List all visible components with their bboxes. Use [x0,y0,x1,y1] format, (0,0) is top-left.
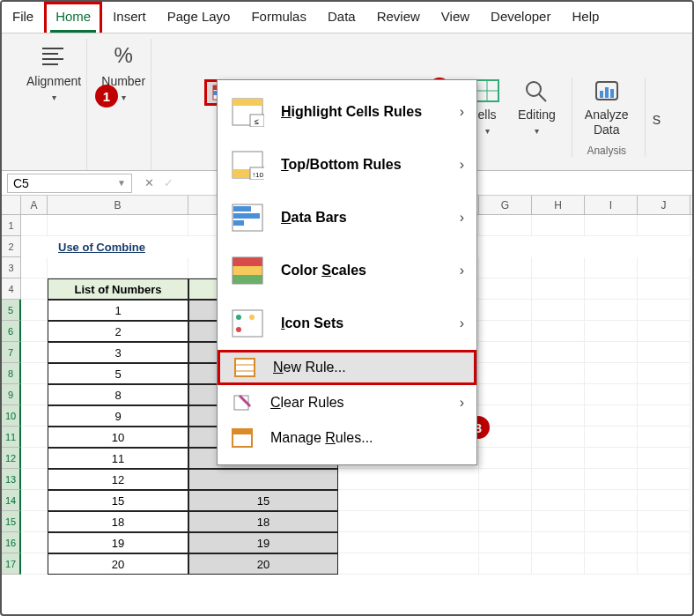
menu-highlight-label: Highlight Cells Rules [281,104,422,120]
menu-databars-label: Data Bars [281,210,347,226]
menu-clear-rules[interactable]: Clear Rules › [218,385,476,420]
clearrules-icon [230,387,255,419]
tab-page-layout[interactable]: Page Layo [157,2,241,33]
managerules-icon [230,422,255,454]
tab-data[interactable]: Data [317,2,366,33]
svg-rect-27 [233,220,244,226]
svg-rect-17 [233,99,262,106]
colhead-g[interactable]: G [479,196,532,214]
row-14: 14 15 15 [2,490,692,511]
chevron-down-icon: ▼ [117,178,126,188]
group-analysis-caption: Analysis [585,145,629,157]
chevron-right-icon: › [460,157,464,173]
menu-colorscales-label: Color Scales [281,263,366,278]
row-16: 16 19 19 [2,532,692,553]
svg-point-33 [236,315,241,320]
menu-icon-sets[interactable]: Icon Sets › [218,297,476,350]
svg-line-11 [539,94,546,101]
svg-rect-29 [233,266,262,275]
group-alignment[interactable]: Alignment ▾ [21,39,87,170]
align-icon [39,42,69,69]
menu-clear-label: Clear Rules [270,395,344,411]
tab-formulas[interactable]: Formulas [240,2,317,33]
svg-point-35 [249,315,255,320]
chevron-down-icon: ▾ [518,126,556,136]
group-analyze-label1: Analyze [585,108,629,122]
colhead-j[interactable]: J [638,196,690,214]
topbottom-icon: ↑10 [230,149,265,181]
svg-rect-36 [235,359,255,376]
menu-color-scales[interactable]: Color Scales › [218,244,476,297]
svg-point-10 [527,82,541,96]
menu-data-bars[interactable]: Data Bars › [218,191,476,244]
ribbon-right-groups: ells ▾ Editing ▾ Analyze Data Analys [472,78,661,157]
name-box-value: C5 [13,176,29,190]
callout-1: 1 [95,85,118,108]
svg-rect-28 [233,257,262,266]
analyze-icon [592,78,622,104]
group-sensitivity[interactable]: S [645,78,661,157]
conditional-formatting-menu: ≤ Highlight Cells Rules › ↑10 Top/Bottom… [217,79,477,465]
colhead-a[interactable]: A [21,196,48,214]
menu-topbottom-label: Top/Bottom Rules [281,157,402,173]
svg-text:≤: ≤ [255,117,259,126]
menu-highlight-cells-rules[interactable]: ≤ Highlight Cells Rules › [218,85,476,138]
chevron-right-icon: › [460,263,464,278]
accept-edit-icon[interactable]: ✓ [159,176,178,189]
svg-rect-15 [610,89,614,98]
search-icon [521,78,551,104]
group-editing[interactable]: Editing ▾ [518,78,556,157]
colorscales-icon [230,255,265,286]
colhead-b[interactable]: B [48,196,188,214]
svg-text:↑10: ↑10 [252,171,263,179]
percent-icon: % [108,42,138,69]
group-editing-label: Editing [518,108,556,122]
highlight-cells-icon: ≤ [230,96,265,128]
svg-rect-32 [233,310,262,337]
svg-rect-14 [605,87,609,98]
svg-rect-13 [600,91,603,98]
row-17: 17 20 20 [2,553,692,575]
chevron-down-icon: ▾ [52,93,56,102]
svg-rect-26 [233,213,260,219]
group-alignment-label: Alignment [26,74,81,89]
tab-help[interactable]: Help [561,2,609,33]
tab-developer[interactable]: Developer [480,2,561,33]
row-15: 15 18 18 [2,511,692,532]
group-analyze[interactable]: Analyze Data Analysis [572,78,629,157]
iconsets-icon [230,308,265,339]
tab-home[interactable]: Home [44,2,102,33]
menu-newrule-label: New Rule... [273,360,346,375]
tab-insert[interactable]: Insert [102,2,157,33]
colhead-h[interactable]: H [532,196,585,214]
header-list-of-numbers: List of Numbers [48,278,188,300]
svg-rect-41 [233,429,252,434]
chevron-right-icon: › [460,210,464,226]
menu-manage-rules[interactable]: Manage Rules... [218,420,476,456]
cancel-edit-icon[interactable]: ✕ [139,176,159,189]
name-box[interactable]: C5 ▼ [7,174,132,193]
chevron-right-icon: › [460,315,464,331]
group-analyze-label2: Data [585,122,629,137]
tab-view[interactable]: View [431,2,480,33]
tab-file[interactable]: File [2,2,44,33]
newrule-icon [233,352,257,383]
chevron-right-icon: › [460,104,464,120]
colhead-i[interactable]: I [585,196,638,214]
svg-rect-30 [233,275,262,284]
chevron-right-icon: › [460,395,464,411]
svg-rect-25 [233,206,251,212]
databars-icon [230,202,265,234]
group-s-label: S [653,113,661,128]
menu-new-rule[interactable]: New Rule... [218,350,476,385]
row-13: 13 12 [2,469,692,490]
ribbon-tabs: File Home Insert Page Layo Formulas Data… [2,2,692,33]
chevron-down-icon: ▾ [122,93,126,102]
svg-point-34 [236,327,241,332]
menu-manage-label: Manage Rules... [270,430,373,446]
menu-topbottom-rules[interactable]: ↑10 Top/Bottom Rules › [218,138,476,191]
tab-review[interactable]: Review [366,2,431,33]
menu-iconsets-label: Icon Sets [281,315,343,331]
